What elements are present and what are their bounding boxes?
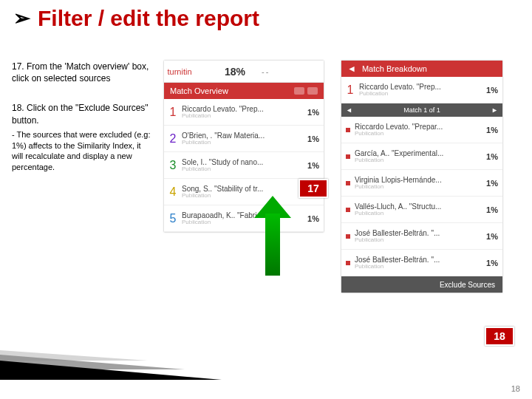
- primary-text: Riccardo Levato. "Prep...: [359, 83, 480, 91]
- source-row[interactable]: 2 O'Brien, . "Raw Materia...Publication …: [164, 126, 324, 152]
- primary-pct: 1%: [480, 86, 502, 95]
- breakdown-item[interactable]: Vallés-Lluch, A.. "Structu...Publication…: [341, 197, 502, 223]
- item-text: Vallés-Lluch, A.. "Structu...: [355, 202, 480, 211]
- decorative-wedge: [0, 347, 222, 381]
- source-row[interactable]: 5 Burapaoadh, K.. "Fabri...Publication 1…: [164, 205, 324, 232]
- match-breakdown-label: Match Breakdown: [362, 64, 427, 73]
- source-sub: Publication: [182, 113, 301, 120]
- step-17-text: From the 'Match overview' box, click on …: [12, 61, 149, 83]
- back-arrow-icon[interactable]: ◄: [347, 64, 356, 74]
- breakdown-item[interactable]: Riccardo Levato. "Prepar...Publication1%: [341, 117, 502, 143]
- page-title: Filter / edit the report: [38, 6, 259, 31]
- match-breakdown-titlebar: ◄ Match Breakdown: [341, 61, 502, 77]
- item-text: José Ballester-Beltrán. "...: [355, 256, 480, 264]
- item-text: García, A.. "Experimental...: [355, 149, 480, 157]
- item-sub: Publication: [355, 237, 480, 244]
- step-18-note: - The sources that were excluded (e.g: 1…: [12, 129, 152, 173]
- source-index: 3: [164, 159, 182, 172]
- item-pct: 1%: [480, 152, 502, 161]
- bullet-icon: [346, 181, 350, 185]
- step-18-text: Click on the "Exclude Sources" button.: [12, 103, 149, 125]
- item-pct: 1%: [480, 205, 502, 214]
- bullet-icon: [346, 234, 350, 239]
- breakdown-primary-row[interactable]: 1 Riccardo Levato. "Prep...Publication 1…: [341, 77, 502, 103]
- item-sub: Publication: [355, 211, 480, 217]
- source-index: 1: [164, 106, 182, 119]
- next-match-icon[interactable]: ►: [491, 106, 498, 114]
- item-sub: Publication: [355, 184, 480, 191]
- step-18-num: 18.: [12, 103, 24, 113]
- match-nav: ◄ Match 1 of 1 ►: [341, 103, 502, 117]
- arrow-up-icon: [254, 196, 291, 276]
- source-pct: 1%: [301, 214, 324, 223]
- source-row[interactable]: 1 Riccardo Levato. "Prep...Publication 1…: [164, 99, 324, 126]
- overview-header: turnitin 18% --: [164, 61, 324, 83]
- item-sub: Publication: [355, 264, 480, 270]
- item-pct: 1%: [480, 179, 502, 188]
- match-overview-label: Match Overview: [170, 86, 228, 95]
- item-sub: Publication: [355, 157, 480, 164]
- source-pct: 1%: [301, 108, 324, 117]
- breakdown-item[interactable]: García, A.. "Experimental...Publication1…: [341, 143, 502, 170]
- source-pct: 1%: [301, 161, 324, 170]
- match-overview-titlebar: Match Overview: [164, 83, 324, 99]
- step-17: 17. From the 'Match overview' box, click…: [12, 61, 152, 84]
- turnitin-logo: turnitin: [164, 67, 195, 76]
- source-text: Sole, I.. "Study of nano...: [182, 158, 301, 166]
- source-text: Song, S.. "Stability of tr...: [182, 185, 301, 193]
- bullet-icon: [346, 128, 350, 132]
- overall-percent: 18%: [225, 66, 245, 78]
- bullet-icon: [346, 154, 350, 159]
- item-sub: Publication: [355, 131, 480, 137]
- item-text: José Ballester-Beltrán. "...: [355, 229, 480, 237]
- exclude-sources-button[interactable]: Exclude Sources: [341, 276, 502, 293]
- source-index: 4: [164, 185, 182, 199]
- overall-dash: --: [262, 67, 270, 76]
- match-counter: Match 1 of 1: [403, 106, 440, 114]
- item-pct: 1%: [480, 126, 502, 134]
- breakdown-item[interactable]: José Ballester-Beltrán. "...Publication1…: [341, 250, 502, 276]
- prev-match-icon[interactable]: ◄: [346, 106, 352, 114]
- page-number: 18: [511, 384, 520, 393]
- match-overview-panel: turnitin 18% -- Match Overview 1 Riccard…: [164, 61, 324, 232]
- step-18: 18. Click on the "Exclude Sources" butto…: [12, 102, 152, 173]
- source-index: 5: [164, 212, 182, 225]
- breakdown-item[interactable]: Virginia Llopis-Hernánde...Publication1%: [341, 170, 502, 197]
- primary-sub: Publication: [359, 91, 480, 98]
- source-index: 2: [164, 132, 182, 146]
- view-toggle-icon[interactable]: [294, 87, 318, 95]
- bullet-icon: [346, 261, 350, 265]
- breakdown-item[interactable]: José Ballester-Beltrán. "...Publication1…: [341, 223, 502, 250]
- callout-17: 17: [299, 179, 328, 198]
- item-pct: 1%: [480, 232, 502, 241]
- chevron-icon: ➢: [13, 8, 30, 29]
- callout-18: 18: [485, 327, 514, 346]
- item-text: Virginia Llopis-Hernánde...: [355, 176, 480, 184]
- match-breakdown-panel: ◄ Match Breakdown 1 Riccardo Levato. "Pr…: [341, 61, 502, 293]
- step-17-num: 17.: [12, 61, 24, 72]
- source-sub: Publication: [182, 140, 301, 146]
- item-pct: 1%: [480, 259, 502, 267]
- source-text: O'Brien, . "Raw Materia...: [182, 132, 301, 140]
- bullet-icon: [346, 208, 350, 212]
- primary-index: 1: [341, 83, 359, 97]
- source-pct: 1%: [301, 134, 324, 143]
- source-text: Riccardo Levato. "Prep...: [182, 105, 301, 113]
- source-sub: Publication: [182, 166, 301, 173]
- item-text: Riccardo Levato. "Prepar...: [355, 123, 480, 131]
- source-row[interactable]: 3 Sole, I.. "Study of nano...Publication…: [164, 152, 324, 179]
- instructions: 17. From the 'Match overview' box, click…: [12, 61, 152, 191]
